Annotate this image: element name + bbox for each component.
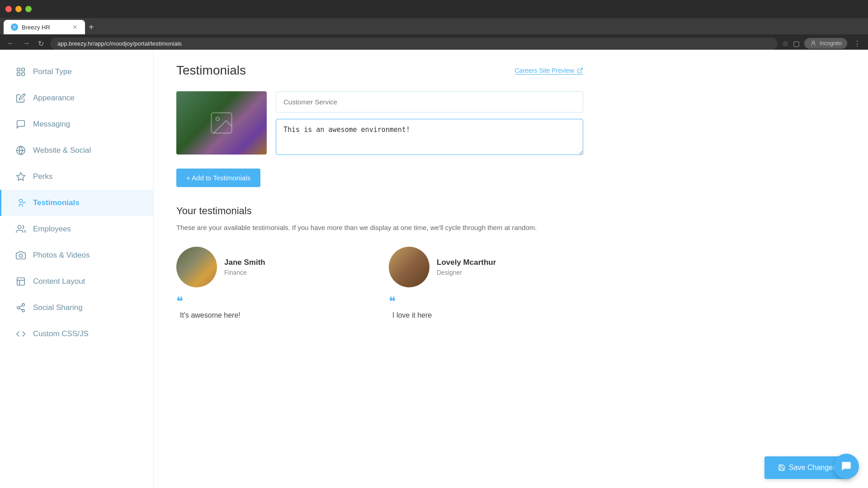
avatar-0: [176, 247, 217, 287]
person-role-0: Finance: [224, 269, 265, 276]
testimonials-grid: Jane Smith Finance ❝ It's awesome here!: [176, 247, 583, 319]
sidebar-label-custom-css: Custom CSS/JS: [33, 329, 89, 338]
page-header: Testimonials Careers Site Preview: [176, 63, 583, 78]
main-content: Testimonials Careers Site Preview This: [154, 50, 868, 488]
incognito-label: Incognito: [820, 40, 842, 47]
add-to-testimonials-button[interactable]: + Add to Testimonials: [176, 169, 260, 187]
active-tab[interactable]: B Breezy HR ✕: [4, 20, 85, 34]
svg-point-15: [17, 306, 20, 309]
extensions-icon[interactable]: ▢: [793, 39, 800, 48]
message-icon: [15, 118, 27, 130]
sidebar-label-portal-type: Portal Type: [33, 67, 72, 76]
share-icon: [15, 302, 27, 314]
your-testimonials-section: Your testimonials These are your availab…: [176, 205, 583, 319]
svg-rect-4: [22, 73, 24, 75]
svg-line-19: [580, 68, 582, 70]
reload-button[interactable]: ↻: [36, 38, 46, 50]
sidebar-item-social-sharing[interactable]: Social Sharing: [0, 295, 153, 321]
careers-preview-link[interactable]: Careers Site Preview: [515, 67, 584, 75]
sidebar-item-appearance[interactable]: Appearance: [0, 85, 153, 111]
grid-icon: [15, 66, 27, 78]
globe-icon: [15, 145, 27, 156]
person-name-0: Jane Smith: [224, 258, 265, 267]
sidebar-item-website-social[interactable]: Website & Social: [0, 137, 153, 164]
layout-icon: [15, 276, 27, 287]
sidebar-label-testimonials: Testimonials: [33, 198, 80, 207]
person-info-1: Lovely Mcarthur Designer: [437, 258, 496, 276]
testimonial-card-1: Lovely Mcarthur Designer ❝ I love it her…: [389, 247, 583, 319]
incognito-badge: Incognito: [804, 38, 847, 49]
testimonial-card-0: Jane Smith Finance ❝ It's awesome here!: [176, 247, 371, 319]
sidebar-label-employees: Employees: [33, 225, 71, 234]
quote-mark-1: ❝: [389, 294, 583, 309]
sidebar-item-testimonials[interactable]: Testimonials: [0, 190, 153, 216]
image-placeholder-icon: [208, 109, 235, 136]
add-btn-label: + Add to Testimonials: [186, 174, 250, 182]
star-icon: [15, 171, 27, 183]
sidebar-item-perks[interactable]: Perks: [0, 164, 153, 190]
url-bar[interactable]: app.breezy.hr/app/c/moodjoy/portal/testi…: [50, 38, 778, 50]
svg-point-21: [216, 117, 220, 121]
svg-rect-11: [17, 278, 25, 286]
incognito-icon: [810, 40, 817, 47]
close-window-button[interactable]: [5, 6, 12, 12]
browser-chrome: B Breezy HR ✕ + ← → ↻ app.breezy.hr/app/…: [0, 0, 868, 50]
sidebar-item-employees[interactable]: Employees: [0, 216, 153, 242]
sidebar-item-messaging[interactable]: Messaging: [0, 111, 153, 137]
svg-rect-2: [22, 68, 24, 71]
svg-rect-1: [17, 68, 20, 71]
svg-line-17: [19, 308, 22, 310]
quote-text-1: I love it here: [389, 311, 583, 319]
address-actions: ☆ ▢: [782, 39, 800, 48]
back-button[interactable]: ←: [5, 38, 16, 49]
sidebar-item-photos-videos[interactable]: Photos & Videos: [0, 242, 153, 268]
save-icon: [778, 464, 785, 471]
svg-point-0: [812, 41, 815, 43]
forward-button[interactable]: →: [21, 38, 32, 49]
sidebar-label-content-layout: Content Layout: [33, 277, 85, 286]
avatar-1: [389, 247, 429, 287]
svg-line-18: [19, 305, 22, 307]
quote-text-0: It's awesome here!: [176, 311, 371, 319]
page-title: Testimonials: [176, 63, 246, 78]
testimonial-form: This is an awesome environment!: [176, 91, 583, 155]
sidebar-label-perks: Perks: [33, 172, 52, 181]
bookmark-icon[interactable]: ☆: [782, 39, 788, 48]
tab-bar: B Breezy HR ✕ +: [0, 18, 868, 34]
minimize-window-button[interactable]: [15, 6, 22, 12]
svg-point-8: [19, 199, 22, 202]
new-tab-button[interactable]: +: [85, 20, 98, 34]
sidebar-label-social-sharing: Social Sharing: [33, 303, 83, 312]
person-role-1: Designer: [437, 269, 496, 276]
tab-close-button[interactable]: ✕: [72, 23, 78, 31]
sidebar-label-appearance: Appearance: [33, 94, 75, 103]
testimonials-section-desc: These are your available testimonials. I…: [176, 222, 583, 233]
sidebar-item-portal-type[interactable]: Portal Type: [0, 59, 153, 85]
maximize-window-button[interactable]: [25, 6, 32, 12]
card-header-1: Lovely Mcarthur Designer: [389, 247, 583, 287]
testimonial-fields: This is an awesome environment!: [276, 91, 583, 155]
person-info-0: Jane Smith Finance: [224, 258, 265, 276]
svg-point-16: [22, 310, 25, 312]
svg-point-10: [19, 254, 22, 257]
sidebar-item-custom-css[interactable]: Custom CSS/JS: [0, 321, 153, 347]
testimonial-message-input[interactable]: This is an awesome environment!: [276, 119, 583, 155]
sidebar-item-content-layout[interactable]: Content Layout: [0, 268, 153, 295]
tab-label: Breezy HR: [22, 24, 50, 31]
careers-preview-label: Careers Site Preview: [515, 67, 575, 74]
svg-point-9: [18, 225, 21, 229]
save-btn-label: Save Changes: [789, 464, 836, 472]
sidebar: Portal Type Appearance Messaging Website…: [0, 50, 154, 488]
code-icon: [15, 328, 27, 340]
chat-icon: [840, 460, 852, 472]
app-container: Portal Type Appearance Messaging Website…: [0, 50, 868, 488]
menu-button[interactable]: ⋮: [852, 38, 863, 50]
testimonial-name-input[interactable]: [276, 91, 583, 113]
chat-fab-button[interactable]: [834, 454, 859, 479]
testimonial-image-placeholder: [176, 91, 267, 155]
user-check-icon: [15, 197, 27, 209]
svg-marker-7: [17, 173, 25, 180]
quote-mark-0: ❝: [176, 294, 371, 309]
content-inner: Testimonials Careers Site Preview This: [154, 50, 606, 333]
sidebar-label-messaging: Messaging: [33, 120, 70, 129]
